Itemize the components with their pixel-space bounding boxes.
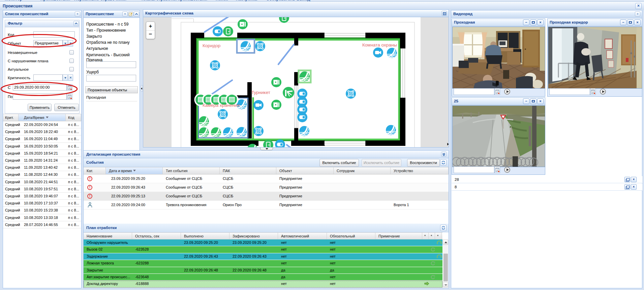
plan-column-header[interactable]: * [429, 233, 435, 239]
list-column-header[interactable]: Крит. [3, 114, 19, 121]
refresh-icon[interactable] [430, 261, 436, 266]
incident-row[interactable]: Средний28.07.2020 14:46:55п с 8... [3, 221, 81, 228]
plan-row[interactable]: Авт.закрытие происшес...-623648данет [84, 274, 442, 281]
plan-column-header[interactable]: Автоматический [278, 233, 327, 239]
damage-input[interactable] [86, 75, 136, 82]
incident-row[interactable]: Средний10.08.2020 19:46:07п с 8... [3, 193, 81, 200]
criticality-dropdown-icon[interactable] [63, 74, 68, 81]
incident-row[interactable]: Средний11.09.2020 14:31:24п с 8... [3, 157, 81, 164]
undo-icon[interactable] [436, 240, 441, 246]
criticality-combo[interactable] [33, 74, 63, 81]
criticality-clear-icon[interactable]: × [68, 74, 73, 81]
video-play-icon[interactable] [504, 89, 510, 95]
minimize-icon[interactable]: − [523, 20, 529, 25]
close-icon[interactable]: × [631, 177, 637, 182]
map-icon-turnstile[interactable] [283, 87, 294, 98]
event-row[interactable]: !22.09.2020 09:25:13Сообщение от СЦСБСЦС… [84, 192, 449, 201]
map-icon-zone[interactable] [218, 109, 228, 119]
events-column-header[interactable]: Объект [276, 167, 334, 174]
incident-row[interactable]: Средний10.08.2020 13:33:18п с 8... [3, 214, 81, 221]
object-clear-icon[interactable]: × [68, 40, 73, 46]
events-column-header[interactable]: Тип события [163, 167, 220, 174]
code-input[interactable] [33, 31, 75, 38]
incident-row[interactable]: Средний10.08.2020 19:57:51п с 8... [3, 186, 81, 193]
plan-column-header[interactable]: * [422, 233, 429, 239]
video-date-input[interactable] [454, 88, 494, 95]
incident-row[interactable]: Средний10.08.2020 17:10:37п с 8... [3, 200, 81, 207]
map-icon-door[interactable] [223, 26, 233, 36]
plan-column-header[interactable]: Зафиксировано [229, 233, 278, 239]
video-list-row[interactable]: 28× [452, 176, 642, 183]
video-window-header[interactable]: Проходная коридор−× [548, 19, 642, 26]
map-icon-toggle[interactable] [297, 112, 307, 122]
video-frame[interactable] [548, 27, 642, 89]
actual-checkbox[interactable] [69, 67, 74, 71]
collapse-up-icon[interactable] [134, 11, 139, 17]
from-input[interactable]: 29.09.2020 00:00:00 [13, 84, 67, 91]
collapse-filter-icon[interactable] [73, 21, 79, 26]
close-icon[interactable]: × [631, 184, 637, 190]
collapse-left-icon[interactable]: « [75, 11, 80, 17]
map-canvas[interactable]: КоридорКомната охраныТурникетКамера хран… [143, 17, 449, 147]
video-frame[interactable] [452, 27, 545, 89]
map-icon-zone[interactable] [346, 89, 356, 99]
affected-object-item[interactable]: Проходная [86, 95, 137, 101]
events-refresh-icon[interactable] [440, 159, 447, 166]
cancel-button[interactable]: Отменить [54, 104, 79, 111]
incident-row[interactable]: Средний11.08.2020 12:44:30п с 8... [3, 171, 81, 178]
zoom-out-button[interactable]: − [146, 31, 155, 38]
minimize-icon[interactable]: − [620, 20, 626, 25]
scroll-up-icon[interactable] [443, 239, 448, 245]
video-frame[interactable] [452, 105, 545, 167]
incident-row[interactable]: Средний16.09.2020 18:22:40п с 8... [3, 128, 81, 135]
map-icon-pie[interactable] [237, 127, 247, 137]
video-date-input[interactable] [454, 166, 494, 173]
map-icon-panel[interactable] [271, 77, 281, 87]
plan-column-header[interactable]: Примечание [375, 233, 422, 239]
plan-row[interactable]: Задержание22.09.2020 09:26:4322.09.2020 … [84, 253, 442, 260]
list-column-header[interactable]: Код [66, 114, 81, 121]
to-calendar-icon[interactable] [67, 93, 72, 100]
event-row[interactable]: !22.09.2020 09:26:43Сообщение от СЦСБСЦС… [84, 183, 449, 192]
plan-scrollbar[interactable] [443, 239, 448, 288]
incident-row[interactable]: Средний10.08.2020 21:44:51п с 8... [3, 179, 81, 186]
map-icon-panel[interactable] [271, 100, 281, 110]
map-icon-pie[interactable] [223, 127, 233, 137]
video-play-icon[interactable] [600, 89, 606, 95]
event-row[interactable]: !23.09.2020 09:25:20Сообщение от СЦСБСЦС… [84, 174, 449, 183]
plan-row[interactable]: Вызов 02-623528нетнет [84, 246, 442, 253]
detail-collapse-icon[interactable] [441, 152, 447, 157]
exclude-event-button[interactable]: Исключить событие [362, 159, 401, 167]
list-column-header[interactable]: Дата/Время [19, 114, 66, 121]
scroll-thumb[interactable] [443, 254, 448, 281]
map-icon-pie[interactable] [237, 39, 254, 53]
video-play-icon[interactable] [504, 167, 510, 173]
maximize-icon[interactable] [530, 98, 536, 104]
refresh-icon[interactable] [430, 247, 436, 252]
map-icon-camera[interactable] [373, 47, 383, 58]
events-column-header[interactable]: Сотрудник [334, 167, 391, 174]
map-icon-toggle[interactable] [213, 26, 223, 36]
video-calendar-icon[interactable] [494, 166, 500, 173]
plan-row[interactable]: Доклад директору-618888нетнет [84, 281, 442, 287]
arrow-icon[interactable] [424, 281, 429, 287]
undo-icon[interactable] [436, 254, 441, 259]
close-icon[interactable]: × [537, 98, 544, 104]
map-icon-pie[interactable] [299, 126, 309, 136]
unfinished-checkbox[interactable] [69, 50, 74, 55]
map-icon-zone[interactable] [255, 41, 265, 51]
map-right-splitter-arrow[interactable] [447, 143, 449, 146]
map-collapse-handle[interactable] [260, 148, 273, 150]
collapse-incident-icon[interactable]: « [122, 11, 128, 17]
video-date-input[interactable] [549, 88, 590, 95]
include-event-button[interactable]: Включить событие [319, 159, 359, 167]
maximize-icon[interactable] [627, 20, 634, 25]
map-icon-pie[interactable] [211, 127, 221, 137]
reason-input[interactable] [86, 61, 136, 68]
map-icon-pie[interactable] [199, 127, 209, 137]
plan-row[interactable]: Закрытие22.09.2020 09:26:4822.09.2020 09… [84, 267, 442, 274]
map-icon-zone[interactable] [210, 60, 220, 70]
scroll-down-icon[interactable] [443, 282, 448, 287]
event-row[interactable]: 22.09.2020 09:24:00Тревога проникновения… [84, 201, 449, 210]
events-column-header[interactable]: Дата и время [106, 167, 163, 174]
